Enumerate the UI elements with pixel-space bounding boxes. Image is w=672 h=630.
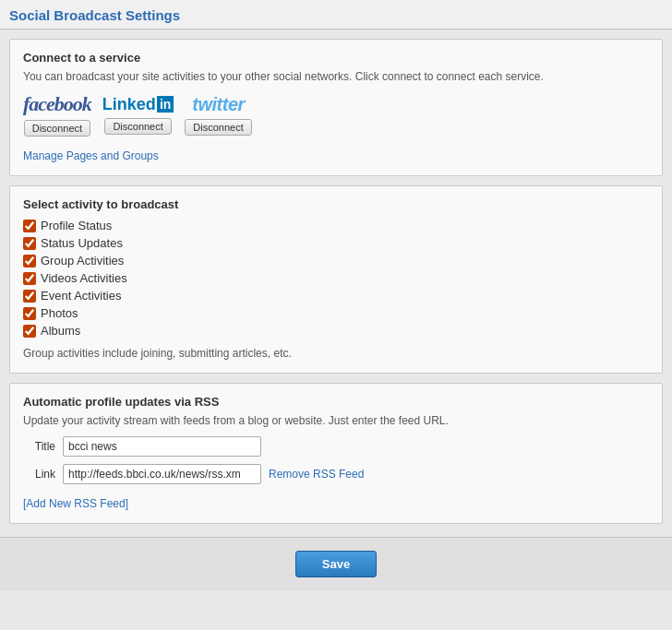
remove-rss-link[interactable]: Remove RSS Feed [269,468,364,481]
facebook-disconnect-button[interactable]: Disconnect [24,120,90,137]
group-activities-checkbox[interactable] [23,255,36,267]
rss-section-title: Automatic profile updates via RSS [23,395,649,409]
facebook-group: facebook Disconnect [23,92,91,137]
twitter-group: twitter Disconnect [185,94,251,136]
profile-status-label: Profile Status [41,219,112,232]
manage-pages-link[interactable]: Manage Pages and Groups [23,149,159,162]
videos-activities-checkbox[interactable] [23,272,36,285]
event-activities-checkbox[interactable] [23,290,36,303]
rss-link-input[interactable] [63,464,261,484]
group-activities-label: Group Activities [41,254,124,267]
list-item: Photos [23,304,649,322]
twitter-logo: twitter [192,94,245,115]
linkedin-disconnect-button[interactable]: Disconnect [104,118,171,135]
page-title: Social Broadcast Settings [0,0,672,30]
rss-link-row: Link Remove RSS Feed [23,464,649,484]
list-item: Group Activities [23,252,649,269]
rss-section: Automatic profile updates via RSS Update… [9,383,663,524]
content-area: Connect to a service You can broadcast y… [0,30,672,533]
connect-section-desc: You can broadcast your site activities t… [23,70,649,83]
status-updates-checkbox[interactable] [23,237,36,250]
save-button[interactable]: Save [295,551,377,577]
activity-section-title: Select activity to broadcast [23,197,649,211]
list-item: Status Updates [23,234,649,252]
status-updates-label: Status Updates [41,236,123,250]
list-item: Event Activities [23,287,649,304]
add-rss-link[interactable]: [Add New RSS Feed] [23,497,128,510]
social-icons-row: facebook Disconnect Linkedin Disconnect … [23,92,649,137]
linkedin-text: Linked [102,95,156,114]
footer-bar: Save [0,537,672,590]
rss-link-label: Link [23,468,55,481]
profile-status-checkbox[interactable] [23,220,36,232]
twitter-disconnect-button[interactable]: Disconnect [185,119,251,136]
facebook-logo: facebook [23,92,91,116]
linkedin-group: Linkedin Disconnect [102,95,174,135]
photos-checkbox[interactable] [23,307,36,320]
activity-note: Group activities include joining, submit… [23,347,649,360]
page-wrapper: Social Broadcast Settings Connect to a s… [0,0,672,590]
connect-section: Connect to a service You can broadcast y… [9,39,663,176]
videos-activities-label: Videos Activities [41,271,127,285]
list-item: Videos Activities [23,269,649,287]
event-activities-label: Event Activities [41,289,121,303]
albums-label: Albums [41,324,80,338]
list-item: Profile Status [23,217,649,234]
linkedin-logo: Linkedin [102,95,174,114]
rss-section-desc: Update your activity stream with feeds f… [23,414,649,427]
albums-checkbox[interactable] [23,325,36,338]
activity-section: Select activity to broadcast Profile Sta… [9,185,663,374]
linkedin-in: in [157,96,174,113]
rss-title-row: Title [23,436,649,457]
connect-section-title: Connect to a service [23,51,649,65]
activity-list: Profile Status Status Updates Group Acti… [23,217,649,339]
rss-title-input[interactable] [63,436,261,457]
list-item: Albums [23,322,649,339]
photos-label: Photos [41,306,78,320]
rss-title-label: Title [23,440,55,453]
